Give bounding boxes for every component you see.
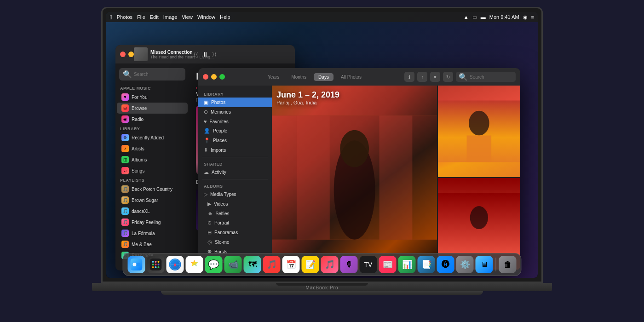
photos-sidebar-media-types[interactable]: ▷ Media Types (198, 190, 272, 199)
close-button[interactable] (120, 52, 126, 57)
view-all-photos-button[interactable]: All Photos (336, 73, 366, 81)
dock-photos-icon[interactable] (186, 256, 203, 273)
svg-point-24 (152, 266, 154, 268)
dock-appstore-icon[interactable]: 🅐 (437, 256, 454, 273)
search-icon: 🔍 (123, 70, 132, 79)
photos-maximize-button[interactable] (219, 74, 225, 80)
photos-close-button[interactable] (203, 74, 208, 80)
fast-forward-icon[interactable]: ⟩⟩ (212, 51, 217, 58)
photo-cell-main[interactable] (272, 86, 437, 270)
sidebar-item-songs[interactable]: ♫ Songs (117, 165, 188, 176)
photos-sidebar-activity[interactable]: ☁ Activity (198, 167, 272, 177)
user-icon: ◉ (523, 14, 528, 20)
view-months-button[interactable]: Months (287, 73, 311, 81)
dock-preferences-icon[interactable]: ⚙️ (456, 256, 474, 273)
dock-launchpad-icon[interactable] (147, 256, 165, 273)
sidebar-item-foryou[interactable]: ♥ For You (117, 92, 188, 103)
photos-sidebar-places[interactable]: 📍 Places (198, 136, 272, 145)
apple-menu-icon[interactable]:  (110, 14, 112, 21)
music-search-box[interactable]: 🔍 (119, 68, 185, 80)
sidebar-item-dancexl[interactable]: 🎵 danceXL (117, 206, 188, 217)
sidebar-item-artists[interactable]: ♪ Artists (117, 143, 188, 154)
music-sidebar: 🔍 Apple Music ♥ For You ⊞ (115, 63, 189, 270)
share-icon[interactable]: ↑ (417, 72, 427, 82)
view-days-button[interactable]: Days (314, 73, 334, 81)
photos-sidebar-favorites[interactable]: ♥ Favorites (198, 117, 272, 126)
music-search-input[interactable] (134, 72, 182, 77)
dock-calendar-icon[interactable]: 📅 (282, 256, 300, 273)
dock-facetime-icon[interactable]: 📹 (224, 256, 242, 273)
media-types-icon: ▷ (204, 191, 207, 197)
dock-podcasts-icon[interactable]: 🎙 (340, 256, 358, 273)
photos-sidebar-imports[interactable]: ⬇ Imports (198, 145, 272, 155)
svg-point-18 (152, 261, 154, 263)
photos-sidebar-people[interactable]: 👤 People (198, 126, 272, 136)
sidebar-item-mebae[interactable]: 🎵 Me & Bae (117, 239, 188, 250)
dock-screensaver-icon[interactable]: 🖥 (476, 256, 493, 273)
dock-trash-icon[interactable]: 🗑 (499, 256, 517, 273)
photos-sidebar-portrait[interactable]: ⊙ Portrait (198, 218, 272, 228)
menubar-window[interactable]: Window (197, 14, 215, 20)
photos-sidebar-photos[interactable]: ▣ Photos (198, 98, 272, 107)
svg-point-10 (470, 206, 488, 229)
minimize-button[interactable] (128, 52, 134, 57)
rotate-icon[interactable]: ↻ (443, 72, 453, 82)
info-icon[interactable]: ℹ (404, 72, 414, 82)
rewind-icon[interactable]: ⟨⟨ (194, 51, 198, 58)
photos-sidebar-slomo[interactable]: ◎ Slo-mo (198, 237, 272, 247)
dock-music-icon[interactable]: 🎵 (263, 256, 281, 273)
svg-rect-5 (380, 115, 413, 239)
dock-safari-icon[interactable] (167, 256, 184, 273)
photos-window: Years Months Days All Photos ℹ ↑ ♥ ↻ (198, 68, 520, 270)
sidebar-item-formula[interactable]: 🎵 La Fórmula (117, 228, 188, 239)
sidebar-item-brown-sugar[interactable]: 🎵 Brown Sugar (117, 195, 188, 206)
play-pause-icon[interactable]: ⏸ (202, 51, 208, 58)
dock-keynote-icon[interactable]: 📑 (418, 256, 435, 273)
photo-cell-top-right[interactable] (438, 86, 520, 177)
photos-sidebar-selfies[interactable]: ☻ Selfies (198, 209, 272, 218)
battery-icon: ▬ (481, 14, 486, 20)
dock-messages-icon[interactable]: 💬 (205, 256, 223, 273)
people-label: People (213, 128, 227, 133)
menubar-list-icon[interactable]: ≡ (531, 14, 534, 20)
photos-sidebar-memories[interactable]: ⊙ Memories (198, 107, 272, 117)
svg-point-25 (155, 266, 157, 268)
menubar-help[interactable]: Help (220, 14, 230, 20)
dock-notes-icon[interactable]: 📝 (302, 256, 319, 273)
sidebar-item-browse[interactable]: ⊞ Browse (117, 103, 188, 114)
sidebar-item-radio[interactable]: ◉ Radio (117, 114, 188, 125)
playlist6-icon: 🎵 (121, 241, 129, 248)
menubar-view[interactable]: View (182, 14, 193, 20)
menubar-image[interactable]: Image (163, 14, 178, 20)
photos-grid (272, 86, 520, 270)
photos-lib-icon: ▣ (204, 99, 208, 105)
photos-search-box[interactable]: 🔍 (456, 72, 516, 82)
heart-icon[interactable]: ♥ (430, 72, 440, 82)
dock-numbers-icon[interactable]: 📊 (398, 256, 416, 273)
svg-point-15 (133, 263, 137, 266)
sidebar-divider-1 (202, 157, 268, 157)
menubar-edit[interactable]: Edit (150, 14, 159, 20)
view-years-button[interactable]: Years (263, 73, 284, 81)
playlists-section-label: Playlists (115, 176, 189, 184)
dock-itunes-icon[interactable]: 🎵 (321, 256, 339, 273)
portrait-label: Portrait (214, 220, 229, 225)
photos-sidebar-panoramas[interactable]: ⊟ Panoramas (198, 228, 272, 237)
dock-appletv-icon[interactable]: TV (360, 256, 377, 273)
photos-sidebar-videos[interactable]: ▶ Videos (198, 199, 272, 209)
menubar-app-name[interactable]: Photos (117, 14, 132, 20)
sidebar-item-friday[interactable]: 🎵 Friday Feeling (117, 217, 188, 228)
places-label: Places (213, 138, 227, 143)
photos-minimize-button[interactable] (211, 74, 217, 80)
dock-finder-icon[interactable] (128, 256, 145, 273)
menubar-file[interactable]: File (137, 14, 145, 20)
browse-icon: ⊞ (121, 104, 129, 112)
dock-news-icon[interactable]: 📰 (379, 256, 397, 273)
sidebar-item-recently-added[interactable]: ⊕ Recently Added (117, 132, 188, 143)
sidebar-item-back-porch[interactable]: 🎵 Back Porch Country (117, 184, 188, 195)
svg-rect-4 (297, 115, 330, 239)
photos-search-input[interactable] (470, 75, 513, 80)
panoramas-icon: ⊟ (207, 230, 212, 236)
dock-maps-icon[interactable]: 🗺 (244, 256, 261, 273)
sidebar-item-albums[interactable]: ◫ Albums (117, 154, 188, 165)
